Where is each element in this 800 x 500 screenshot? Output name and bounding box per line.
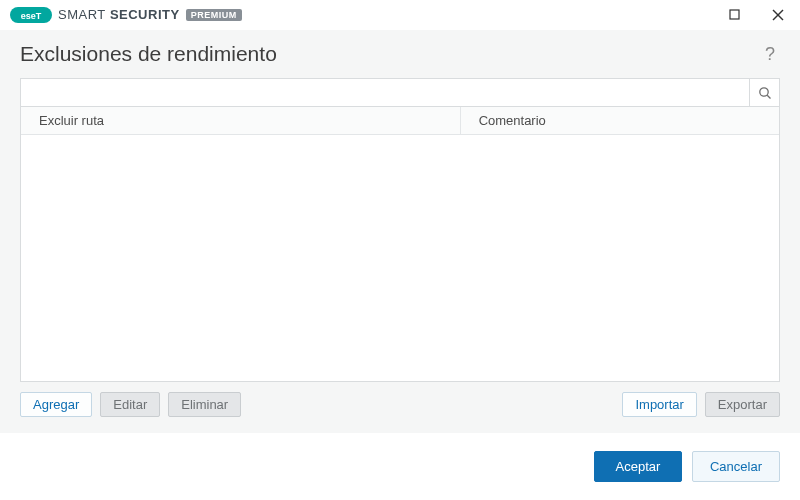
search-row (20, 78, 780, 106)
search-button[interactable] (749, 79, 779, 106)
svg-rect-2 (730, 10, 739, 19)
svg-text:eseT: eseT (21, 10, 42, 20)
maximize-button[interactable] (712, 0, 756, 30)
svg-line-6 (767, 95, 770, 98)
exclusions-table: Excluir ruta Comentario (20, 106, 780, 382)
search-icon (758, 86, 772, 100)
dialog-footer: Aceptar Cancelar (0, 433, 800, 500)
page-title: Exclusiones de rendimiento (20, 42, 760, 66)
delete-button: Eliminar (168, 392, 241, 417)
product-name-part2: SECURITY (110, 7, 180, 22)
help-button[interactable]: ? (760, 44, 780, 65)
product-name-part1: SMART (58, 7, 106, 22)
eset-logo: eseT (10, 7, 52, 23)
brand: eseT SMART SECURITY PREMIUM (10, 7, 242, 23)
action-row: Agregar Editar Eliminar Importar Exporta… (20, 392, 780, 417)
cancel-button[interactable]: Cancelar (692, 451, 780, 482)
close-icon (772, 9, 784, 21)
close-button[interactable] (756, 0, 800, 30)
column-header-comment[interactable]: Comentario (461, 113, 779, 128)
product-name: SMART SECURITY (58, 7, 180, 22)
window-controls (712, 0, 800, 30)
titlebar: eseT SMART SECURITY PREMIUM (0, 0, 800, 30)
import-button[interactable]: Importar (622, 392, 696, 417)
help-icon: ? (765, 44, 775, 64)
svg-point-5 (759, 87, 767, 95)
column-header-path[interactable]: Excluir ruta (21, 107, 461, 134)
content-area: Excluir ruta Comentario Agregar Editar E… (0, 78, 800, 433)
accept-button[interactable]: Aceptar (594, 451, 682, 482)
dialog-header: Exclusiones de rendimiento ? (0, 30, 800, 78)
search-input[interactable] (21, 79, 749, 106)
maximize-icon (729, 9, 740, 20)
add-button[interactable]: Agregar (20, 392, 92, 417)
edit-button: Editar (100, 392, 160, 417)
table-header: Excluir ruta Comentario (21, 107, 779, 135)
table-body (21, 135, 779, 381)
premium-badge: PREMIUM (186, 9, 242, 21)
export-button: Exportar (705, 392, 780, 417)
